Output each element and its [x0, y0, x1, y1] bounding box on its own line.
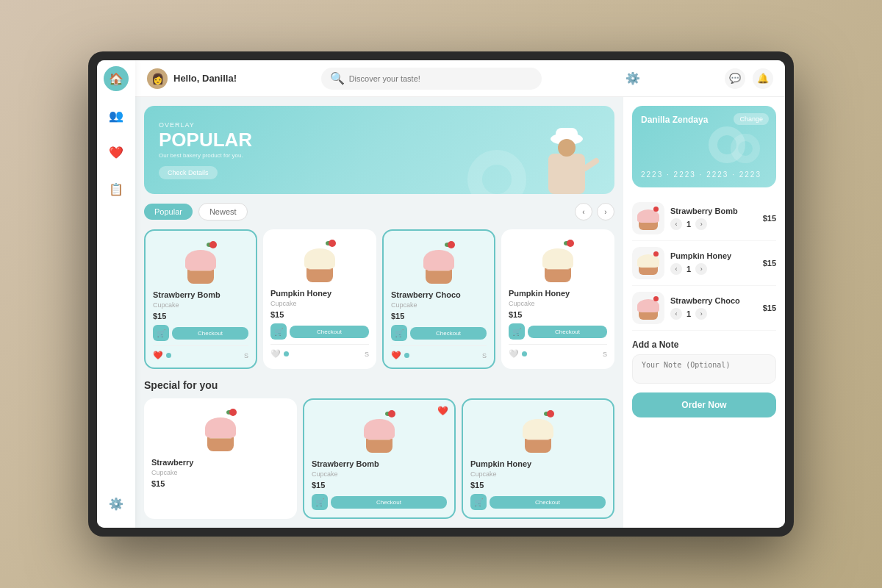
- avatar: 👩: [147, 68, 168, 89]
- cart-items: Strawberry Bomb ‹ 1 › $15: [632, 196, 776, 331]
- favorite-3[interactable]: 🤍: [509, 349, 519, 359]
- prev-arrow[interactable]: ‹: [575, 203, 592, 220]
- messages-icon[interactable]: 💬: [725, 68, 745, 89]
- checkout-btn-0[interactable]: Checkout: [172, 327, 248, 340]
- cupcake-0: [179, 241, 223, 284]
- special-name-0: Strawberry: [151, 458, 290, 467]
- product-grid: Strawberry Bomb Cupcake $15 🛒 Checkout ❤…: [144, 229, 614, 369]
- special-section-title: Special for you: [144, 379, 614, 391]
- card-circles-area: [641, 126, 767, 156]
- note-input[interactable]: [632, 354, 776, 384]
- product-name-0: Strawberry Bomb: [153, 290, 248, 300]
- special-price-2: $15: [470, 481, 606, 490]
- sidebar: 🏠 👥 ❤️ 📋 ⚙️: [97, 60, 135, 528]
- order-now-button[interactable]: Order Now: [632, 392, 776, 417]
- next-arrow[interactable]: ›: [597, 203, 614, 220]
- qty-increase-0[interactable]: ›: [695, 218, 707, 230]
- product-price-2: $15: [391, 312, 487, 320]
- add-to-cart-2[interactable]: 🛒: [391, 325, 407, 341]
- sidebar-item-home[interactable]: 🏠: [104, 66, 129, 91]
- cart-item-img-1: [632, 247, 664, 279]
- qty-decrease-0[interactable]: ‹: [670, 218, 682, 230]
- greeting-text: Hello, Danilla!: [173, 73, 237, 84]
- special-cupcake-0: [198, 409, 243, 451]
- cart-item-info-2: Strawberry Choco ‹ 1 ›: [670, 296, 757, 320]
- special-price-1: $15: [312, 481, 447, 490]
- sidebar-item-settings[interactable]: ⚙️: [104, 491, 129, 516]
- qty-increase-1[interactable]: ›: [695, 263, 707, 275]
- special-heart-1[interactable]: ❤️: [437, 406, 448, 416]
- product-name-2: Strawberry Choco: [391, 290, 487, 300]
- favorite-0[interactable]: ❤️: [153, 351, 163, 360]
- size-1: S: [365, 351, 369, 358]
- qty-num-0: 1: [686, 220, 691, 229]
- search-bar[interactable]: 🔍: [321, 68, 542, 90]
- sidebar-item-orders[interactable]: 📋: [104, 176, 129, 201]
- user-card-change-button[interactable]: Change: [734, 113, 769, 125]
- special-checkout-1[interactable]: Checkout: [331, 496, 447, 509]
- newest-filter-button[interactable]: Newest: [198, 203, 248, 220]
- product-image-0: [153, 238, 248, 286]
- left-panel: Overlay POPULAR Our best bakery product …: [135, 97, 623, 528]
- favorite-2[interactable]: ❤️: [391, 351, 401, 360]
- card-numbers: 2223 · 2223 · 2223 · 2223: [641, 171, 767, 179]
- add-to-cart-3[interactable]: 🛒: [509, 323, 525, 340]
- special-checkout-2[interactable]: Checkout: [490, 496, 606, 509]
- checkout-btn-1[interactable]: Checkout: [290, 326, 369, 338]
- special-card-0: Strawberry Cupcake $15: [144, 398, 297, 519]
- cart-item-qty-1: ‹ 1 ›: [670, 263, 757, 275]
- hero-check-details-button[interactable]: Check Details: [159, 166, 218, 179]
- product-actions-1: 🛒 Checkout: [270, 323, 369, 340]
- special-cart-1[interactable]: 🛒: [312, 494, 328, 510]
- product-type-2: Cupcake: [391, 301, 487, 309]
- sidebar-item-favorites[interactable]: ❤️: [104, 140, 129, 165]
- size-3: S: [603, 351, 607, 358]
- add-to-cart-0[interactable]: 🛒: [153, 325, 169, 341]
- qty-increase-2[interactable]: ›: [695, 308, 707, 320]
- cart-item-price-0: $15: [763, 214, 776, 223]
- dot-3: [522, 351, 527, 356]
- product-actions-0: 🛒 Checkout: [153, 325, 248, 341]
- hero-title: POPULAR: [159, 130, 252, 149]
- checkout-btn-3[interactable]: Checkout: [528, 326, 607, 338]
- cart-item-img-2: [632, 292, 664, 324]
- mini-cupcake-0: [635, 205, 662, 232]
- favorite-1[interactable]: 🤍: [270, 349, 281, 359]
- product-type-1: Cupcake: [270, 300, 369, 307]
- special-image-0: [151, 406, 290, 453]
- product-footer-1: 🤍 S: [270, 344, 369, 359]
- qty-decrease-2[interactable]: ‹: [670, 308, 682, 320]
- checkout-btn-2[interactable]: Checkout: [410, 327, 487, 340]
- mini-cupcake-2: [635, 295, 662, 321]
- cart-item-0: Strawberry Bomb ‹ 1 › $15: [632, 196, 776, 241]
- notifications-icon[interactable]: 🔔: [753, 68, 773, 89]
- product-card-1: Pumpkin Honey Cupcake $15 🛒 Checkout 🤍: [263, 229, 376, 369]
- add-to-cart-1[interactable]: 🛒: [270, 323, 287, 340]
- svg-rect-0: [548, 154, 585, 194]
- sidebar-item-people[interactable]: 👥: [104, 103, 129, 128]
- filter-icon[interactable]: ⚙️: [625, 71, 640, 85]
- cupcake-1: [298, 240, 342, 282]
- special-grid: Strawberry Cupcake $15 ❤️: [144, 398, 614, 519]
- cart-item-qty-2: ‹ 1 ›: [670, 308, 757, 320]
- product-price-0: $15: [153, 312, 248, 320]
- sc-cherry-0: [229, 409, 237, 416]
- cart-item-name-0: Strawberry Bomb: [670, 207, 757, 215]
- cart-item-2: Strawberry Choco ‹ 1 › $15: [632, 286, 776, 331]
- sc-cherry-2: [547, 410, 554, 417]
- product-image-1: [270, 237, 369, 284]
- cart-item-qty-0: ‹ 1 ›: [670, 218, 757, 230]
- deco-circle-2: [731, 134, 760, 163]
- cupcake-cherry-0: [209, 241, 217, 248]
- hero-banner: Overlay POPULAR Our best bakery product …: [144, 106, 614, 194]
- popular-filter-button[interactable]: Popular: [144, 204, 193, 220]
- cupcake-3: [536, 240, 580, 282]
- cart-item-price-1: $15: [763, 259, 776, 268]
- qty-decrease-1[interactable]: ‹: [670, 263, 682, 275]
- special-cart-2[interactable]: 🛒: [470, 494, 487, 510]
- special-type-0: Cupcake: [151, 469, 290, 476]
- search-input[interactable]: [349, 74, 533, 83]
- laptop-shell: 🏠 👥 ❤️ 📋 ⚙️ 👩 Hello, Danilla! 🔍: [88, 51, 794, 537]
- cart-item-img-0: [632, 202, 664, 234]
- special-type-2: Cupcake: [470, 470, 606, 478]
